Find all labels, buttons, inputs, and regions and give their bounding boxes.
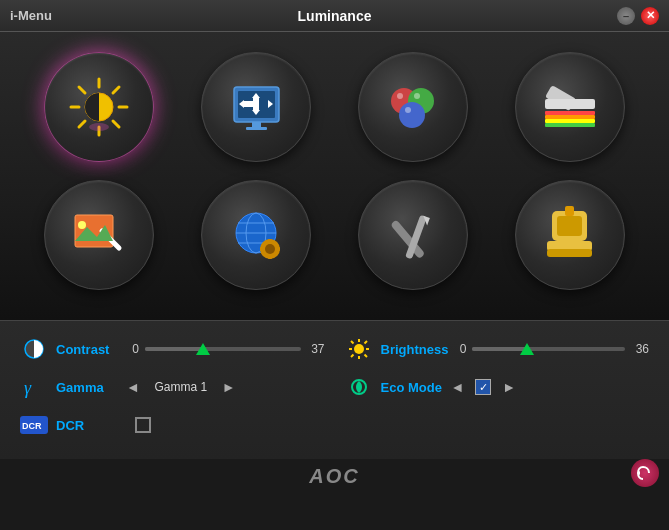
back-button[interactable] xyxy=(631,459,659,487)
gamma-arrow-left[interactable]: ◄ xyxy=(121,379,145,395)
svg-rect-31 xyxy=(545,123,595,127)
contrast-label: Contrast xyxy=(56,342,121,357)
eco-mode-checkbox[interactable]: ✓ xyxy=(475,379,491,395)
gamma-label: Gamma xyxy=(56,380,121,395)
eco-icon xyxy=(345,373,373,401)
svg-point-35 xyxy=(78,221,86,229)
title-bar: i-Menu Luminance – ✕ xyxy=(0,0,669,32)
svg-rect-55 xyxy=(565,206,574,216)
svg-line-5 xyxy=(79,87,85,93)
eco-mode-label: Eco Mode xyxy=(381,380,446,395)
contrast-slider-fill xyxy=(145,347,203,351)
gamma-arrow-right[interactable]: ► xyxy=(217,379,241,395)
eco-arrow-right[interactable]: ► xyxy=(497,379,521,395)
minimize-button[interactable]: – xyxy=(617,7,635,25)
svg-rect-28 xyxy=(545,111,595,115)
main-area xyxy=(0,32,669,320)
svg-rect-27 xyxy=(545,99,595,109)
svg-text:γ: γ xyxy=(24,378,32,398)
svg-rect-16 xyxy=(253,98,259,110)
contrast-control: Contrast 0 37 xyxy=(20,335,325,363)
svg-line-63 xyxy=(364,355,367,358)
brightness-slider-track[interactable] xyxy=(472,347,625,351)
svg-point-43 xyxy=(265,244,275,254)
svg-rect-29 xyxy=(545,115,595,119)
dcr-icon: DCR xyxy=(20,411,48,439)
svg-point-24 xyxy=(414,93,420,99)
aoc-logo: AOC xyxy=(309,465,359,488)
svg-point-22 xyxy=(399,102,425,128)
close-button[interactable]: ✕ xyxy=(641,7,659,25)
icon-picture-boost[interactable] xyxy=(515,52,625,162)
footer: AOC xyxy=(0,459,669,492)
svg-line-62 xyxy=(351,341,354,344)
svg-point-23 xyxy=(397,93,403,99)
icon-exit[interactable] xyxy=(515,180,625,290)
brightness-control: Brightness 0 36 xyxy=(345,335,650,363)
icon-osd-setup[interactable] xyxy=(201,180,311,290)
gamma-select-container: ◄ Gamma 1 ► xyxy=(121,379,325,395)
brightness-slider-container: 0 36 xyxy=(448,342,649,356)
controls-row-1: Contrast 0 37 xyxy=(20,335,649,363)
window-title: Luminance xyxy=(298,8,372,24)
icon-grid xyxy=(30,52,639,290)
svg-line-64 xyxy=(364,341,367,344)
dcr-control: DCR DCR xyxy=(20,411,649,439)
svg-rect-46 xyxy=(260,247,265,251)
dcr-checkbox[interactable] xyxy=(135,417,151,433)
svg-point-9 xyxy=(89,123,109,131)
svg-rect-19 xyxy=(246,127,267,130)
eco-mode-control: Eco Mode ◄ ✓ ► xyxy=(345,373,650,401)
contrast-min: 0 xyxy=(121,342,139,356)
dcr-checkbox-container xyxy=(129,411,157,439)
svg-line-65 xyxy=(351,355,354,358)
eco-mode-select-container: ◄ ✓ ► xyxy=(446,379,650,395)
icon-color[interactable] xyxy=(358,52,468,162)
brightness-max: 36 xyxy=(631,342,649,356)
gamma-value: Gamma 1 xyxy=(151,380,211,394)
svg-line-7 xyxy=(113,87,119,93)
controls-row-3: DCR DCR xyxy=(20,411,649,439)
controls-area: Contrast 0 37 xyxy=(0,320,669,459)
icon-luminance[interactable] xyxy=(44,52,154,162)
dcr-label: DCR xyxy=(56,418,121,433)
svg-rect-17 xyxy=(244,101,253,107)
brightness-icon xyxy=(345,335,373,363)
gamma-icon: γ xyxy=(20,373,48,401)
controls-row-2: γ Gamma ◄ Gamma 1 ► Eco Mode ◄ ✓ xyxy=(20,373,649,401)
contrast-icon xyxy=(20,335,48,363)
svg-point-57 xyxy=(354,344,364,354)
brightness-min: 0 xyxy=(448,342,466,356)
svg-rect-54 xyxy=(547,249,592,257)
svg-text:DCR: DCR xyxy=(22,421,42,431)
contrast-max: 37 xyxy=(307,342,325,356)
svg-rect-52 xyxy=(557,216,582,236)
window-controls: – ✕ xyxy=(617,7,659,25)
svg-rect-47 xyxy=(275,247,280,251)
contrast-slider-track[interactable] xyxy=(145,347,301,351)
brightness-label: Brightness xyxy=(381,342,449,357)
brightness-slider-thumb xyxy=(520,343,534,355)
svg-line-6 xyxy=(113,121,119,127)
gamma-control: γ Gamma ◄ Gamma 1 ► xyxy=(20,373,325,401)
svg-point-25 xyxy=(405,107,411,113)
icon-extra[interactable] xyxy=(358,180,468,290)
svg-rect-44 xyxy=(268,239,272,244)
svg-rect-30 xyxy=(545,119,595,123)
contrast-slider-container: 0 37 xyxy=(121,342,325,356)
svg-line-8 xyxy=(79,121,85,127)
svg-rect-45 xyxy=(268,254,272,259)
brightness-slider-fill xyxy=(472,347,527,351)
icon-picture[interactable] xyxy=(44,180,154,290)
contrast-slider-thumb xyxy=(196,343,210,355)
app-name: i-Menu xyxy=(10,8,52,23)
eco-arrow-left[interactable]: ◄ xyxy=(446,379,470,395)
icon-display[interactable] xyxy=(201,52,311,162)
